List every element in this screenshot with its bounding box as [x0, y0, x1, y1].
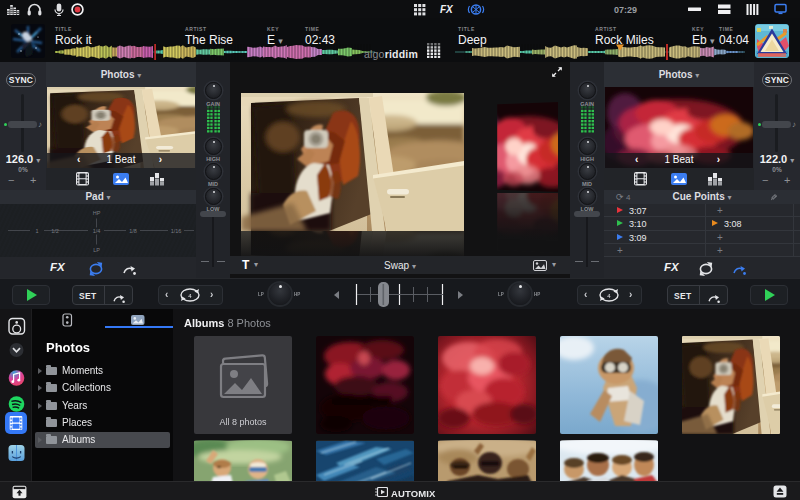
svg-text:All 8 photos: All 8 photos [219, 417, 267, 427]
svg-text:4: 4 [607, 293, 611, 299]
svg-text:4: 4 [188, 293, 192, 299]
